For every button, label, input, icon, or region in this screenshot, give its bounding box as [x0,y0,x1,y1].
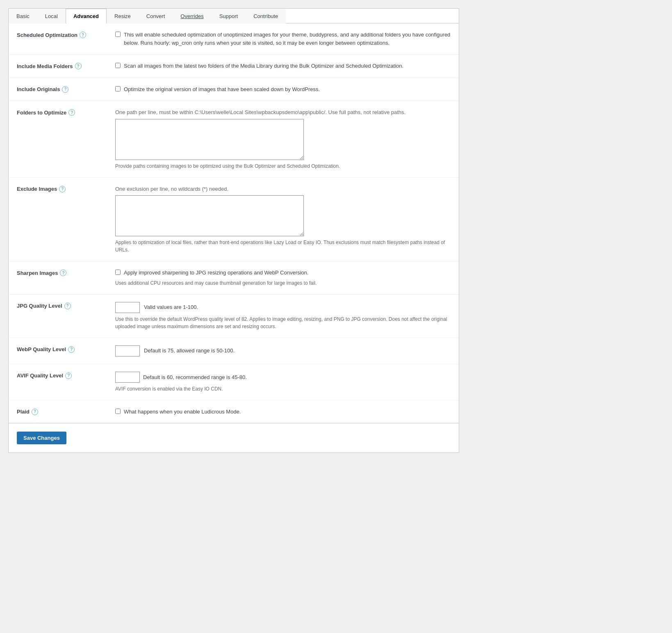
path-hint-folders-to-optimize: One path per line, must be within C:\Use… [115,108,451,117]
help-icon-webp-quality-level[interactable]: ? [68,346,75,353]
tab-resize[interactable]: Resize [107,9,139,23]
checkbox-plaid[interactable] [115,409,121,414]
setting-label-folders-to-optimize: Folders to Optimize? [17,108,107,116]
help-icon-scheduled-optimization[interactable]: ? [80,32,86,38]
label-text-exclude-images: Exclude Images [17,186,57,192]
setting-content-include-media-folders: Scan all images from the latest two fold… [115,62,451,70]
save-changes-button[interactable]: Save Changes [17,432,66,444]
tab-advanced[interactable]: Advanced [66,9,107,23]
setting-content-avif-quality-level: Default is 60, recommended range is 45-8… [115,372,451,393]
setting-row-include-originals: Include Originals?Optimize the original … [9,78,459,101]
label-text-plaid: Plaid [17,409,30,415]
help-icon-sharpen-images[interactable]: ? [60,270,66,276]
setting-row-webp-quality-level: WebP Quality Level?Default is 75, allowe… [9,338,459,364]
setting-row-include-media-folders: Include Media Folders?Scan all images fr… [9,55,459,78]
checkbox-row-include-originals: Optimize the original version of images … [115,85,451,94]
setting-row-avif-quality-level: AVIF Quality Level?Default is 60, recomm… [9,364,459,400]
setting-content-plaid: What happens when you enable Ludicrous M… [115,408,451,416]
setting-content-exclude-images: One exclusion per line, no wildcards (*)… [115,185,451,254]
setting-row-jpg-quality-level: JPG Quality Level?Valid values are 1-100… [9,295,459,338]
path-hint-exclude-images: One exclusion per line, no wildcards (*)… [115,185,451,193]
setting-label-include-media-folders: Include Media Folders? [17,62,107,69]
inline-desc-avif-quality-level: Default is 60, recommended range is 45-8… [143,374,247,380]
setting-content-folders-to-optimize: One path per line, must be within C:\Use… [115,108,451,170]
setting-label-webp-quality-level: WebP Quality Level? [17,345,107,353]
help-icon-avif-quality-level[interactable]: ? [65,372,72,379]
setting-label-exclude-images: Exclude Images? [17,185,107,192]
label-text-scheduled-optimization: Scheduled Optimization [17,32,77,38]
tab-overrides[interactable]: Overrides [173,9,211,23]
inline-row-jpg-quality-level: Valid values are 1-100. [115,302,451,313]
avif-wrap: Default is 60, recommended range is 45-8… [115,372,451,383]
setting-row-exclude-images: Exclude Images?One exclusion per line, n… [9,178,459,262]
tab-convert[interactable]: Convert [139,9,173,23]
setting-label-plaid: Plaid? [17,408,107,415]
textarea-exclude-images[interactable] [115,195,304,236]
label-text-include-media-folders: Include Media Folders [17,63,73,69]
desc-scheduled-optimization: This will enable scheduled optimization … [124,31,451,47]
setting-content-jpg-quality-level: Valid values are 1-100.Use this to overr… [115,302,451,330]
setting-content-scheduled-optimization: This will enable scheduled optimization … [115,31,451,47]
setting-row-folders-to-optimize: Folders to Optimize?One path per line, m… [9,101,459,178]
help-icon-include-originals[interactable]: ? [62,86,68,93]
checkbox-row-plaid: What happens when you enable Ludicrous M… [115,408,451,416]
setting-label-scheduled-optimization: Scheduled Optimization? [17,31,107,38]
tab-basic[interactable]: Basic [9,9,37,23]
setting-label-sharpen-images: Sharpen Images? [17,269,107,276]
label-text-folders-to-optimize: Folders to Optimize [17,110,66,116]
setting-row-plaid: Plaid?What happens when you enable Ludic… [9,400,459,423]
setting-content-webp-quality-level: Default is 75, allowed range is 50-100. [115,345,451,356]
desc-include-originals: Optimize the original version of images … [124,85,320,94]
settings-page: BasicLocalAdvancedResizeConvertOverrides… [8,8,459,453]
setting-label-avif-quality-level: AVIF Quality Level? [17,372,107,379]
help-icon-jpg-quality-level[interactable]: ? [64,303,71,309]
help-icon-folders-to-optimize[interactable]: ? [68,109,75,116]
checkbox-sharpen-images[interactable] [115,270,121,275]
checkbox-row-sharpen-images: Apply improved sharpening to JPG resizin… [115,269,451,277]
setting-row-sharpen-images: Sharpen Images?Apply improved sharpening… [9,261,459,295]
checkbox-include-media-folders[interactable] [115,63,121,68]
hint-exclude-images: Applies to optimization of local files, … [115,239,451,254]
label-text-webp-quality-level: WebP Quality Level [17,346,66,352]
help-icon-plaid[interactable]: ? [32,409,38,415]
tab-support[interactable]: Support [212,9,246,23]
checkbox-row-include-media-folders: Scan all images from the latest two fold… [115,62,451,70]
settings-body: Scheduled Optimization?This will enable … [9,23,459,423]
hint-sharpen-images: Uses additional CPU resources and may ca… [115,279,451,287]
inline-desc-webp-quality-level: Default is 75, allowed range is 50-100. [144,347,235,355]
inline-desc-jpg-quality-level: Valid values are 1-100. [144,303,198,311]
input-avif-quality-level[interactable] [115,372,140,383]
setting-content-sharpen-images: Apply improved sharpening to JPG resizin… [115,269,451,287]
label-text-jpg-quality-level: JPG Quality Level [17,303,62,309]
label-text-avif-quality-level: AVIF Quality Level [17,372,63,379]
footer-row: Save Changes [9,423,459,452]
tab-contribute[interactable]: Contribute [246,9,286,23]
inline-row-webp-quality-level: Default is 75, allowed range is 50-100. [115,345,451,356]
desc-sharpen-images: Apply improved sharpening to JPG resizin… [124,269,308,277]
setting-content-include-originals: Optimize the original version of images … [115,85,451,94]
hint-folders-to-optimize: Provide paths containing images to be op… [115,162,451,170]
input-jpg-quality-level[interactable] [115,302,140,313]
label-text-sharpen-images: Sharpen Images [17,270,58,276]
setting-row-scheduled-optimization: Scheduled Optimization?This will enable … [9,23,459,55]
tab-local[interactable]: Local [37,9,66,23]
textarea-folders-to-optimize[interactable] [115,119,304,160]
checkbox-row-scheduled-optimization: This will enable scheduled optimization … [115,31,451,47]
tabs-bar: BasicLocalAdvancedResizeConvertOverrides… [9,9,459,23]
setting-label-jpg-quality-level: JPG Quality Level? [17,302,107,309]
checkbox-include-originals[interactable] [115,86,121,91]
help-icon-include-media-folders[interactable]: ? [75,63,82,69]
label-text-include-originals: Include Originals [17,86,60,92]
hint-avif-quality-level: AVIF conversion is enabled via the Easy … [115,385,451,393]
hint-jpg-quality-level: Use this to override the default WordPre… [115,315,451,330]
desc-plaid: What happens when you enable Ludicrous M… [124,408,241,416]
setting-label-include-originals: Include Originals? [17,85,107,93]
desc-include-media-folders: Scan all images from the latest two fold… [124,62,403,70]
input-webp-quality-level[interactable] [115,345,140,356]
checkbox-scheduled-optimization[interactable] [115,32,121,37]
help-icon-exclude-images[interactable]: ? [59,186,66,192]
